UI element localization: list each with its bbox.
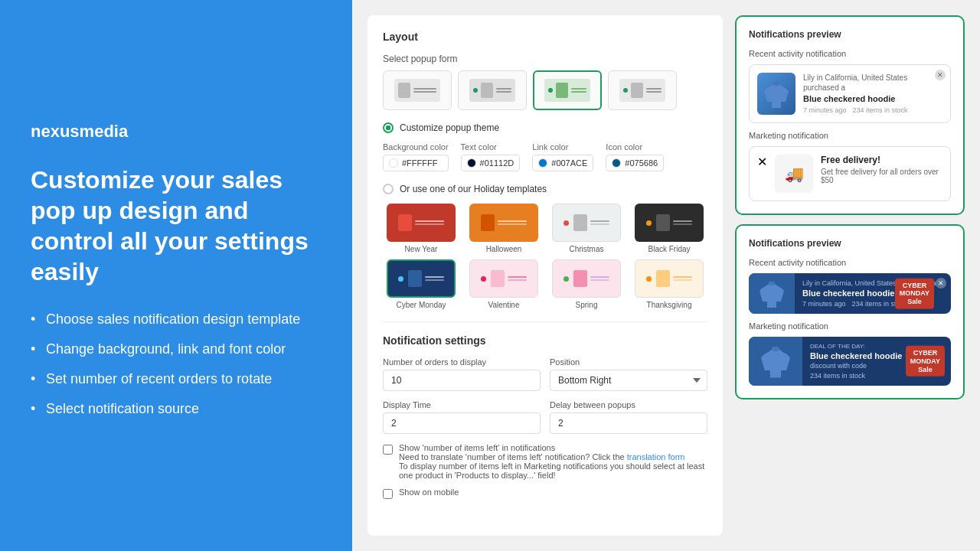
orders-field: Number of orders to display [383, 357, 541, 391]
close-button-marketing-1[interactable]: ✕ [757, 155, 767, 193]
holiday-templates-radio[interactable] [383, 184, 394, 194]
preview-card-1: Notifications preview Recent activity no… [735, 15, 965, 215]
svg-rect-2 [772, 347, 779, 351]
items-left-checkbox[interactable] [383, 445, 393, 455]
delay-input[interactable] [550, 412, 707, 434]
bg-color-hex: #FFFFFF [402, 158, 437, 168]
holiday-templates-label: Or use one of our Holiday templates [400, 184, 547, 194]
free-delivery-text: Get free delivery for all orders over $5… [821, 168, 942, 184]
popup-form-label: Select popup form [383, 54, 707, 64]
popup-form-3[interactable] [533, 70, 602, 110]
cm-marketing-popup: DEAL OF THE DAY: Blue checkered hoodie d… [749, 337, 951, 386]
cm-notif-popup: ✕ Lily in California, United States purc… [749, 273, 951, 314]
text-color-swatch [467, 158, 476, 168]
bg-color-label: Background color [383, 142, 449, 152]
template-new-year-label: New Year [405, 245, 438, 253]
customize-theme-radio[interactable] [383, 122, 394, 133]
show-mobile-row: Show on mobile [383, 487, 707, 499]
text-color-value[interactable]: #01112D [461, 155, 521, 171]
template-cyber-monday-label: Cyber Monday [396, 301, 446, 309]
layout-title: Layout [383, 31, 707, 43]
translation-form-link[interactable]: translation form [627, 452, 685, 461]
link-color-value[interactable]: #007ACE [532, 155, 593, 171]
color-row: Background color #FFFFFF Text color #011… [383, 142, 707, 171]
notif-popup-1: ✕ Lily in California, United States purc… [749, 64, 951, 123]
bg-color-value[interactable]: #FFFFFF [383, 155, 449, 171]
popup-form-1[interactable] [383, 70, 452, 110]
bullet-item-2: Change background, link and font color [31, 340, 322, 359]
link-color-item: Link color #007ACE [532, 142, 593, 171]
items-left-text: Show 'number of items left' in notificat… [399, 443, 707, 480]
recent-activity-label-1: Recent activity notification [749, 49, 951, 58]
recent-activity-label-2: Recent activity notification [749, 258, 951, 267]
free-delivery-title: Free delivery! [821, 155, 942, 165]
position-select[interactable]: Bottom Left Bottom Right Top Left Top Ri… [550, 370, 707, 391]
hoodie-svg-cm-marketing [761, 344, 790, 378]
right-area: Layout Select popup form [352, 0, 980, 551]
close-button-cm[interactable]: ✕ [936, 278, 946, 289]
template-valentine-label: Valentine [488, 301, 520, 309]
position-label: Position [550, 357, 707, 367]
svg-rect-0 [773, 82, 779, 86]
popup-form-4[interactable] [608, 70, 677, 110]
items-note: Need to translate 'number of items left'… [399, 452, 625, 461]
customize-theme-row[interactable]: Customize popup theme [383, 122, 707, 133]
settings-grid-bottom: Display Time Delay between popups [383, 400, 707, 434]
text-color-hex: #01112D [480, 158, 514, 168]
link-color-label: Link color [532, 142, 593, 152]
hoodie-svg-cm [760, 280, 784, 308]
template-thanksgiving-label: Thanksgiving [647, 301, 692, 309]
marketing-content-1: Free delivery! Get free delivery for all… [821, 155, 942, 193]
preview-card-2: Notifications preview Recent activity no… [735, 224, 965, 399]
notif-content-1: Lily in California, United States purcha… [803, 73, 942, 115]
popup-forms [383, 70, 707, 110]
preview-1-title: Notifications preview [749, 29, 951, 40]
cm-time-ago: 7 minutes ago [802, 300, 846, 308]
delay-field: Delay between popups [550, 400, 707, 434]
template-valentine[interactable]: Valentine [466, 259, 542, 309]
template-spring[interactable]: Spring [548, 259, 625, 309]
product-image-1 [757, 73, 795, 115]
svg-rect-1 [769, 282, 775, 285]
left-panel: nexusmedia Customize your sales pop up d… [0, 0, 352, 551]
template-cyber-monday[interactable]: Cyber Monday [383, 259, 459, 309]
template-black-friday[interactable]: Black Friday [631, 204, 707, 253]
preview-column: Notifications preview Recent activity no… [735, 15, 965, 536]
icon-color-value[interactable]: #075686 [606, 155, 664, 171]
customize-theme-label: Customize popup theme [400, 122, 499, 133]
icon-color-label: Icon color [606, 142, 664, 152]
purchased-text-1: Lily in California, United States purcha… [803, 73, 942, 93]
template-halloween[interactable]: Halloween [466, 204, 542, 253]
marketing-popup-1: ✕ 🚚 Free delivery! Get free delivery for… [749, 146, 951, 201]
cm-marketing-img [749, 337, 802, 386]
close-button-1[interactable]: ✕ [935, 70, 946, 80]
bullet-item-3: Set number of recent orders to rotate [31, 370, 322, 389]
main-heading: Customize your sales pop up design and c… [31, 165, 322, 287]
holiday-templates-row[interactable]: Or use one of our Holiday templates [383, 184, 707, 194]
logo-suffix: media [80, 122, 129, 141]
notification-settings: Notification settings Number of orders t… [383, 321, 707, 499]
center-panel: Layout Select popup form [368, 15, 723, 536]
display-time-input[interactable] [383, 412, 541, 434]
template-thanksgiving[interactable]: Thanksgiving [631, 259, 707, 309]
bullet-list: Choose sales notification design templat… [31, 310, 322, 430]
template-black-friday-label: Black Friday [648, 245, 690, 253]
display-time-field: Display Time [383, 400, 541, 434]
orders-input[interactable] [383, 370, 541, 391]
text-color-item: Text color #01112D [461, 142, 521, 171]
marketing-label-1: Marketing notification [749, 131, 951, 140]
logo-prefix: nexus [31, 122, 80, 141]
cm-product-image [749, 273, 795, 314]
cm-sale-badge-2: CYBERMONDAYSale [906, 346, 945, 377]
template-new-year[interactable]: New Year [383, 204, 459, 253]
popup-form-2[interactable] [458, 70, 527, 110]
items-left-label: Show 'number of items left' in notificat… [399, 443, 555, 452]
template-spring-label: Spring [576, 301, 598, 309]
show-mobile-checkbox[interactable] [383, 489, 393, 499]
delivery-icon-1: 🚚 [775, 155, 813, 193]
template-christmas[interactable]: Christmas [548, 204, 625, 253]
marketing-label-2: Marketing notification [749, 321, 951, 331]
items-note2: To display number of items left in Marke… [399, 461, 704, 480]
display-time-label: Display Time [383, 400, 541, 409]
product-name-1: Blue checkered hoodie [803, 94, 942, 103]
